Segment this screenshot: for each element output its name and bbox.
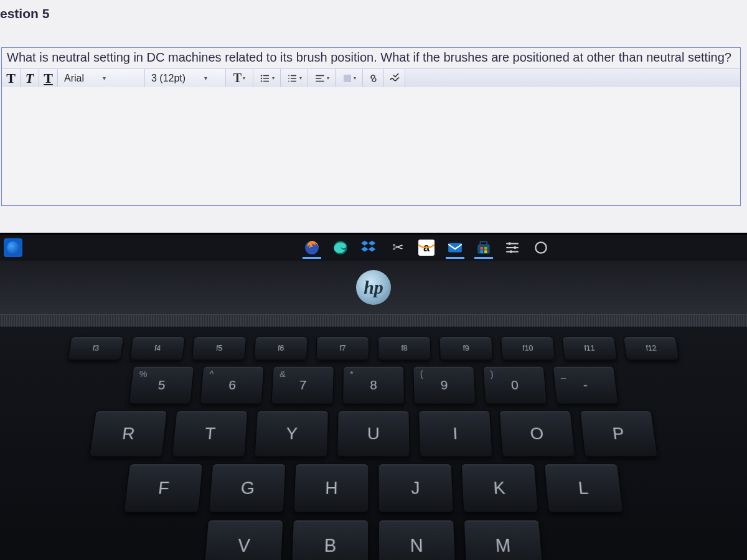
spellcheck-icon [388, 72, 401, 85]
question-number: estion 5 [0, 4, 52, 24]
monitor-screen: estion 5 What is neutral setting in DC m… [0, 0, 747, 235]
taskbar-dropbox[interactable] [356, 236, 382, 259]
keyboard-key: f4 [129, 337, 185, 360]
settings-icon [504, 240, 520, 256]
svg-point-31 [535, 242, 546, 253]
taskbar-store[interactable] [471, 236, 497, 259]
svg-rect-12 [316, 75, 324, 76]
bold-button[interactable]: T [2, 69, 21, 87]
align-icon [314, 73, 326, 84]
keyboard-key: L [544, 464, 624, 513]
taskbar-firefox[interactable] [299, 236, 325, 259]
svg-rect-22 [484, 247, 487, 250]
chevron-down-icon: ▾ [204, 75, 207, 82]
keyboard-key: f7 [316, 337, 369, 360]
svg-rect-10 [288, 80, 289, 82]
svg-point-28 [514, 246, 516, 249]
italic-button[interactable]: T [21, 69, 39, 87]
keyboard-key: R [89, 411, 167, 457]
keyboard-key: J [378, 464, 454, 513]
firefox-icon [304, 240, 320, 256]
question-prompt: What is neutral setting in DC machines r… [2, 48, 740, 68]
keyboard-key: I [418, 411, 492, 457]
keyboard-key: P [580, 411, 658, 457]
svg-point-0 [260, 75, 261, 76]
svg-rect-15 [344, 75, 351, 82]
taskbar-edge[interactable] [327, 236, 354, 259]
svg-point-30 [510, 250, 512, 253]
svg-rect-20 [481, 241, 487, 245]
svg-rect-11 [291, 80, 296, 82]
windows-taskbar: ✂ a [0, 235, 747, 261]
link-icon [368, 73, 379, 84]
svg-rect-19 [477, 245, 490, 254]
keyboard-key: *8 [342, 366, 405, 404]
edge-icon [332, 240, 349, 256]
keyboard-key: O [499, 411, 576, 457]
svg-rect-21 [481, 247, 483, 250]
svg-rect-3 [263, 78, 269, 79]
keyboard-key: G [209, 464, 286, 513]
keyboard-key: V [204, 520, 283, 560]
question-panel: What is neutral setting in DC machines r… [1, 47, 741, 206]
chevron-down-icon: ▾ [354, 75, 356, 81]
taskbar-amazon[interactable]: a [413, 236, 439, 259]
taskbar-mail[interactable] [442, 236, 468, 259]
taskbar-settings[interactable] [499, 236, 525, 259]
highlight-button[interactable]: ▾ [336, 69, 363, 87]
alignment-button[interactable]: ▾ [308, 69, 336, 87]
keyboard-key: f11 [562, 337, 618, 360]
amazon-icon: a [418, 240, 435, 256]
svg-rect-8 [288, 78, 289, 79]
keyboard-key: f3 [67, 337, 124, 360]
keyboard-key: H [293, 464, 369, 513]
store-icon [476, 240, 492, 256]
bullet-list-button[interactable]: ▾ [253, 69, 281, 87]
laptop-keyboard: f3f4f5f6f7f8f9f10f11f12 %5^6&7*8(9)0_- R… [0, 327, 747, 560]
snip-icon: ✂ [392, 240, 403, 256]
taskbar-snip[interactable]: ✂ [385, 236, 411, 259]
keyboard-key: M [464, 520, 543, 560]
spellcheck-button[interactable] [384, 69, 405, 87]
font-family-value: Arial [64, 73, 84, 84]
keyboard-key: K [461, 464, 539, 513]
font-family-select[interactable]: Arial ▾ [58, 69, 145, 87]
chevron-down-icon: ▾ [299, 75, 302, 81]
chevron-down-icon: ▾ [327, 75, 329, 81]
hp-logo: hp [356, 270, 391, 305]
keyboard-key: T [172, 411, 248, 457]
svg-rect-7 [291, 75, 296, 76]
keyboard-key: f6 [254, 337, 308, 360]
mail-icon [447, 240, 463, 256]
keyboard-key: f10 [500, 337, 555, 360]
font-size-select[interactable]: 3 (12pt) ▾ [145, 69, 226, 87]
svg-point-26 [509, 242, 511, 245]
underline-button[interactable]: T [39, 69, 58, 87]
circle-icon [533, 240, 549, 256]
keyboard-key: _- [553, 366, 619, 404]
svg-rect-24 [484, 250, 487, 253]
svg-point-4 [260, 80, 261, 82]
number-list-button[interactable]: ▾ [281, 69, 308, 87]
keyboard-key: &7 [271, 366, 334, 404]
svg-rect-9 [291, 78, 296, 79]
svg-rect-23 [481, 250, 483, 253]
svg-rect-18 [448, 243, 462, 252]
keyboard-key: f5 [192, 337, 247, 360]
svg-rect-27 [506, 247, 519, 248]
dropbox-icon [361, 240, 377, 256]
keyboard-key: f9 [439, 337, 494, 360]
number-list-icon [287, 73, 298, 84]
text-color-button[interactable]: T ▾ [226, 69, 253, 87]
start-button[interactable] [4, 238, 22, 257]
svg-point-2 [260, 77, 261, 78]
keyboard-key: ^6 [200, 366, 265, 404]
keyboard-key: )0 [483, 366, 548, 404]
chevron-down-icon: ▾ [272, 75, 275, 81]
svg-rect-6 [288, 75, 289, 76]
answer-editor[interactable] [2, 87, 740, 205]
keyboard-key: %5 [128, 366, 194, 404]
link-button[interactable] [363, 69, 384, 87]
taskbar-cortana[interactable] [528, 236, 554, 259]
keyboard-key: F [123, 464, 203, 513]
